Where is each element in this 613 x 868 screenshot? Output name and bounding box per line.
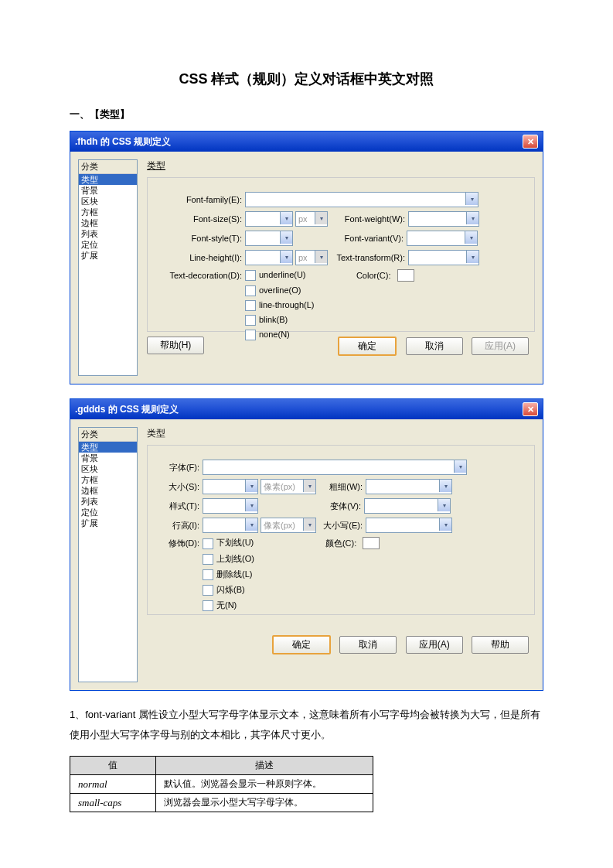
line-height-unit[interactable]: px (295, 250, 328, 265)
sidebar-item[interactable]: 方框 (79, 474, 137, 485)
line-height-unit[interactable]: 像素(px) (261, 518, 316, 533)
label-color: 颜色(C): (310, 538, 359, 549)
underline-checkbox[interactable] (245, 270, 256, 281)
sidebar-header: 分类 (79, 160, 137, 174)
sidebar-header: 分类 (79, 428, 137, 442)
panel-title: 类型 (147, 427, 535, 440)
titlebar: .gddds 的 CSS 规则定义 ✕ (70, 399, 543, 419)
cancel-button[interactable]: 取消 (339, 636, 397, 654)
label-size: 大小(S): (157, 481, 203, 493)
label-font-weight: Font-weight(W): (328, 214, 408, 224)
strike-label: 删除线(L) (216, 569, 252, 579)
blink-label: 闪烁(B) (216, 585, 245, 594)
none-label: 无(N) (216, 600, 237, 610)
overline-checkbox[interactable] (203, 554, 213, 565)
label-style: 样式(T): (157, 501, 203, 512)
strike-checkbox[interactable] (203, 569, 213, 580)
sidebar-item[interactable]: 列表 (79, 228, 137, 239)
blink-label: blink(B) (259, 315, 288, 324)
category-sidebar[interactable]: 分类 类型 背景 区块 方框 边框 列表 定位 扩展 (78, 427, 138, 682)
section-heading: 一、【类型】 (70, 108, 543, 121)
font-size-combo[interactable] (245, 211, 293, 227)
weight-combo[interactable] (366, 479, 452, 494)
sidebar-item[interactable]: 定位 (79, 239, 137, 250)
sidebar-item[interactable]: 列表 (79, 496, 137, 507)
apply-button[interactable]: 应用(A) (406, 636, 463, 654)
font-size-unit[interactable]: px (295, 211, 328, 227)
th-desc: 描述 (156, 757, 373, 775)
font-style-combo[interactable] (245, 231, 293, 246)
color-swatch[interactable] (397, 269, 414, 282)
description-table: 值 描述 normal 默认值。浏览器会显示一种原则字体。 small-caps… (70, 756, 373, 812)
label-variant: 变体(V): (315, 501, 364, 512)
close-icon[interactable]: ✕ (523, 402, 538, 416)
line-through-checkbox[interactable] (245, 300, 256, 311)
blink-checkbox[interactable] (203, 585, 213, 596)
label-decoration: 修饰(D): (157, 538, 203, 549)
td-desc: 默认值。浏览器会显示一种原则字体。 (156, 775, 373, 794)
label-case: 大小写(E): (316, 520, 366, 531)
note-text: 1、font-variant 属性设立小型大写字母字体显示文本，这意味着所有小写… (70, 705, 543, 745)
label-text-transform: Text-transform(R): (328, 253, 408, 262)
overline-label: overline(O) (259, 285, 301, 295)
label-font-size: Font-size(S): (157, 214, 245, 224)
sidebar-item[interactable]: 定位 (79, 507, 137, 518)
titlebar: .fhdh 的 CSS 规则定义 ✕ (70, 132, 543, 152)
label-color: Color(C): (347, 271, 394, 280)
font-combo[interactable] (203, 460, 467, 475)
overline-checkbox[interactable] (245, 285, 256, 296)
sidebar-item[interactable]: 背景 (79, 453, 137, 463)
dialog-cn: .gddds 的 CSS 规则定义 ✕ 分类 类型 背景 区块 方框 边框 列表… (70, 398, 543, 691)
size-unit[interactable]: 像素(px) (261, 479, 316, 494)
dialog-title: .fhdh 的 CSS 规则定义 (75, 135, 171, 149)
ok-button[interactable]: 确定 (272, 635, 331, 654)
td-value: normal (70, 775, 156, 794)
sidebar-item[interactable]: 区块 (79, 196, 137, 207)
label-font-variant: Font-variant(V): (326, 234, 407, 243)
none-checkbox[interactable] (245, 330, 256, 340)
sidebar-item[interactable]: 扩展 (79, 250, 137, 261)
font-weight-combo[interactable] (408, 211, 479, 227)
underline-label: 下划线(U) (216, 538, 254, 547)
line-through-label: line-through(L) (259, 300, 315, 309)
sidebar-item[interactable]: 背景 (79, 185, 137, 196)
sidebar-item[interactable]: 类型 (79, 174, 137, 185)
case-combo[interactable] (366, 518, 452, 533)
label-font-style: Font-style(T): (157, 234, 245, 243)
dialog-title: .gddds 的 CSS 规则定义 (75, 403, 179, 416)
td-desc: 浏览器会显示小型大写字母字体。 (156, 794, 373, 812)
td-value: small-caps (70, 794, 156, 812)
overline-label: 上划线(O) (216, 554, 254, 563)
label-line-height: Line-height(I): (157, 253, 245, 262)
help-button[interactable]: 帮助 (472, 636, 529, 654)
sidebar-item[interactable]: 区块 (79, 463, 137, 474)
sidebar-item[interactable]: 边框 (79, 217, 137, 228)
none-label: none(N) (259, 330, 290, 339)
label-font: 字体(F): (157, 462, 203, 473)
label-text-decoration: Text-decoration(D): (157, 271, 245, 280)
label-font-family: Font-family(E): (157, 195, 245, 204)
underline-checkbox[interactable] (203, 538, 213, 549)
none-checkbox[interactable] (203, 600, 213, 611)
sidebar-item[interactable]: 边框 (79, 485, 137, 496)
font-family-combo[interactable] (245, 192, 478, 207)
size-combo[interactable] (203, 479, 258, 494)
label-weight: 粗细(W): (316, 481, 366, 493)
close-icon[interactable]: ✕ (523, 135, 538, 149)
text-transform-combo[interactable] (408, 250, 479, 265)
sidebar-item[interactable]: 类型 (79, 442, 137, 453)
category-sidebar[interactable]: 分类 类型 背景 区块 方框 边框 列表 定位 扩展 (78, 159, 138, 376)
page-title: CSS 样式（规则）定义对话框中英文对照 (70, 70, 543, 88)
font-variant-combo[interactable] (407, 231, 478, 246)
label-line-height: 行高(I): (157, 520, 203, 531)
underline-label: underline(U) (259, 270, 306, 279)
blink-checkbox[interactable] (245, 315, 256, 326)
style-combo[interactable] (203, 498, 258, 514)
color-swatch[interactable] (363, 537, 380, 549)
line-height-combo[interactable] (245, 250, 293, 265)
sidebar-item[interactable]: 扩展 (79, 518, 137, 528)
variant-combo[interactable] (364, 498, 451, 514)
sidebar-item[interactable]: 方框 (79, 207, 137, 217)
line-height-combo[interactable] (203, 518, 258, 533)
th-value: 值 (70, 757, 156, 775)
